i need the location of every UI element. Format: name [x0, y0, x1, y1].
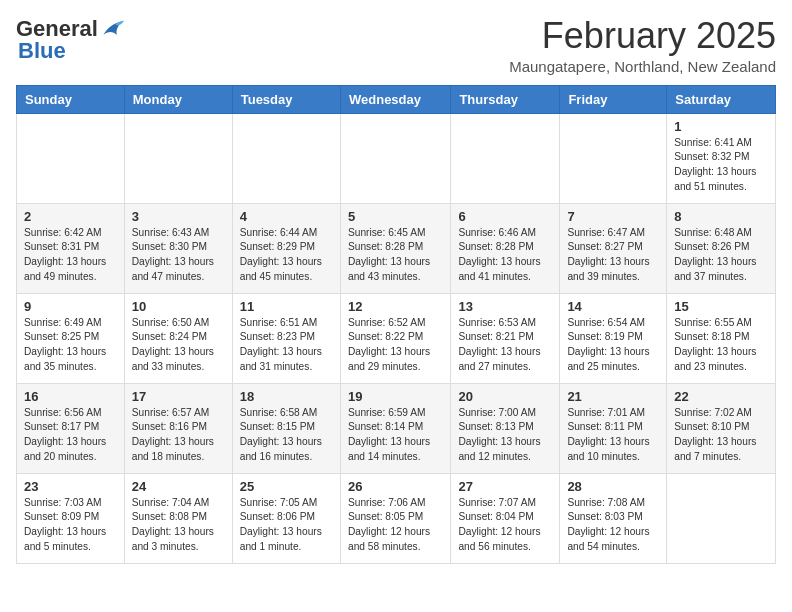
page-header: General Blue February 2025 Maungatapere,… — [16, 16, 776, 75]
calendar-cell: 14Sunrise: 6:54 AM Sunset: 8:19 PM Dayli… — [560, 293, 667, 383]
calendar-week-row: 23Sunrise: 7:03 AM Sunset: 8:09 PM Dayli… — [17, 473, 776, 563]
day-number: 27 — [458, 479, 552, 494]
calendar-cell: 21Sunrise: 7:01 AM Sunset: 8:11 PM Dayli… — [560, 383, 667, 473]
day-number: 23 — [24, 479, 117, 494]
logo-bird-icon — [100, 19, 124, 39]
day-number: 20 — [458, 389, 552, 404]
day-info: Sunrise: 7:00 AM Sunset: 8:13 PM Dayligh… — [458, 406, 552, 465]
day-number: 19 — [348, 389, 443, 404]
weekday-header-wednesday: Wednesday — [340, 85, 450, 113]
weekday-header-friday: Friday — [560, 85, 667, 113]
logo-blue-text: Blue — [18, 38, 66, 64]
day-info: Sunrise: 6:51 AM Sunset: 8:23 PM Dayligh… — [240, 316, 333, 375]
calendar-cell: 17Sunrise: 6:57 AM Sunset: 8:16 PM Dayli… — [124, 383, 232, 473]
day-info: Sunrise: 7:07 AM Sunset: 8:04 PM Dayligh… — [458, 496, 552, 555]
calendar-cell: 4Sunrise: 6:44 AM Sunset: 8:29 PM Daylig… — [232, 203, 340, 293]
day-number: 11 — [240, 299, 333, 314]
calendar-cell: 15Sunrise: 6:55 AM Sunset: 8:18 PM Dayli… — [667, 293, 776, 383]
calendar-cell: 18Sunrise: 6:58 AM Sunset: 8:15 PM Dayli… — [232, 383, 340, 473]
weekday-header-saturday: Saturday — [667, 85, 776, 113]
calendar-cell — [451, 113, 560, 203]
weekday-header-sunday: Sunday — [17, 85, 125, 113]
day-info: Sunrise: 6:49 AM Sunset: 8:25 PM Dayligh… — [24, 316, 117, 375]
weekday-header-tuesday: Tuesday — [232, 85, 340, 113]
calendar-cell — [232, 113, 340, 203]
day-number: 2 — [24, 209, 117, 224]
calendar-cell: 25Sunrise: 7:05 AM Sunset: 8:06 PM Dayli… — [232, 473, 340, 563]
calendar-cell: 2Sunrise: 6:42 AM Sunset: 8:31 PM Daylig… — [17, 203, 125, 293]
weekday-header-monday: Monday — [124, 85, 232, 113]
calendar-cell: 22Sunrise: 7:02 AM Sunset: 8:10 PM Dayli… — [667, 383, 776, 473]
calendar-cell: 23Sunrise: 7:03 AM Sunset: 8:09 PM Dayli… — [17, 473, 125, 563]
day-info: Sunrise: 6:45 AM Sunset: 8:28 PM Dayligh… — [348, 226, 443, 285]
day-info: Sunrise: 7:06 AM Sunset: 8:05 PM Dayligh… — [348, 496, 443, 555]
logo: General Blue — [16, 16, 124, 64]
day-info: Sunrise: 6:46 AM Sunset: 8:28 PM Dayligh… — [458, 226, 552, 285]
calendar-cell: 10Sunrise: 6:50 AM Sunset: 8:24 PM Dayli… — [124, 293, 232, 383]
calendar-cell: 28Sunrise: 7:08 AM Sunset: 8:03 PM Dayli… — [560, 473, 667, 563]
calendar-cell: 11Sunrise: 6:51 AM Sunset: 8:23 PM Dayli… — [232, 293, 340, 383]
day-number: 17 — [132, 389, 225, 404]
day-info: Sunrise: 7:08 AM Sunset: 8:03 PM Dayligh… — [567, 496, 659, 555]
day-number: 28 — [567, 479, 659, 494]
day-number: 18 — [240, 389, 333, 404]
day-number: 1 — [674, 119, 768, 134]
day-info: Sunrise: 6:56 AM Sunset: 8:17 PM Dayligh… — [24, 406, 117, 465]
day-info: Sunrise: 6:41 AM Sunset: 8:32 PM Dayligh… — [674, 136, 768, 195]
calendar-table: SundayMondayTuesdayWednesdayThursdayFrid… — [16, 85, 776, 564]
day-number: 24 — [132, 479, 225, 494]
calendar-week-row: 9Sunrise: 6:49 AM Sunset: 8:25 PM Daylig… — [17, 293, 776, 383]
calendar-cell: 8Sunrise: 6:48 AM Sunset: 8:26 PM Daylig… — [667, 203, 776, 293]
day-info: Sunrise: 6:55 AM Sunset: 8:18 PM Dayligh… — [674, 316, 768, 375]
calendar-cell: 13Sunrise: 6:53 AM Sunset: 8:21 PM Dayli… — [451, 293, 560, 383]
day-number: 22 — [674, 389, 768, 404]
day-info: Sunrise: 7:01 AM Sunset: 8:11 PM Dayligh… — [567, 406, 659, 465]
calendar-cell: 12Sunrise: 6:52 AM Sunset: 8:22 PM Dayli… — [340, 293, 450, 383]
day-number: 21 — [567, 389, 659, 404]
calendar-cell: 9Sunrise: 6:49 AM Sunset: 8:25 PM Daylig… — [17, 293, 125, 383]
calendar-cell: 27Sunrise: 7:07 AM Sunset: 8:04 PM Dayli… — [451, 473, 560, 563]
location-subtitle: Maungatapere, Northland, New Zealand — [509, 58, 776, 75]
day-number: 16 — [24, 389, 117, 404]
day-number: 12 — [348, 299, 443, 314]
calendar-cell: 26Sunrise: 7:06 AM Sunset: 8:05 PM Dayli… — [340, 473, 450, 563]
calendar-cell — [340, 113, 450, 203]
day-number: 13 — [458, 299, 552, 314]
calendar-cell: 3Sunrise: 6:43 AM Sunset: 8:30 PM Daylig… — [124, 203, 232, 293]
calendar-cell: 6Sunrise: 6:46 AM Sunset: 8:28 PM Daylig… — [451, 203, 560, 293]
day-number: 26 — [348, 479, 443, 494]
day-number: 14 — [567, 299, 659, 314]
calendar-cell — [560, 113, 667, 203]
day-info: Sunrise: 6:59 AM Sunset: 8:14 PM Dayligh… — [348, 406, 443, 465]
day-number: 6 — [458, 209, 552, 224]
calendar-cell: 20Sunrise: 7:00 AM Sunset: 8:13 PM Dayli… — [451, 383, 560, 473]
month-title: February 2025 — [509, 16, 776, 56]
calendar-cell: 19Sunrise: 6:59 AM Sunset: 8:14 PM Dayli… — [340, 383, 450, 473]
day-info: Sunrise: 7:02 AM Sunset: 8:10 PM Dayligh… — [674, 406, 768, 465]
day-number: 3 — [132, 209, 225, 224]
day-number: 9 — [24, 299, 117, 314]
day-info: Sunrise: 7:05 AM Sunset: 8:06 PM Dayligh… — [240, 496, 333, 555]
day-number: 25 — [240, 479, 333, 494]
day-number: 8 — [674, 209, 768, 224]
calendar-week-row: 2Sunrise: 6:42 AM Sunset: 8:31 PM Daylig… — [17, 203, 776, 293]
day-number: 4 — [240, 209, 333, 224]
calendar-cell — [667, 473, 776, 563]
day-number: 7 — [567, 209, 659, 224]
day-info: Sunrise: 6:42 AM Sunset: 8:31 PM Dayligh… — [24, 226, 117, 285]
calendar-cell: 7Sunrise: 6:47 AM Sunset: 8:27 PM Daylig… — [560, 203, 667, 293]
day-info: Sunrise: 6:48 AM Sunset: 8:26 PM Dayligh… — [674, 226, 768, 285]
day-info: Sunrise: 6:52 AM Sunset: 8:22 PM Dayligh… — [348, 316, 443, 375]
day-info: Sunrise: 7:04 AM Sunset: 8:08 PM Dayligh… — [132, 496, 225, 555]
day-number: 10 — [132, 299, 225, 314]
day-info: Sunrise: 6:50 AM Sunset: 8:24 PM Dayligh… — [132, 316, 225, 375]
weekday-header-row: SundayMondayTuesdayWednesdayThursdayFrid… — [17, 85, 776, 113]
day-info: Sunrise: 6:47 AM Sunset: 8:27 PM Dayligh… — [567, 226, 659, 285]
day-info: Sunrise: 6:44 AM Sunset: 8:29 PM Dayligh… — [240, 226, 333, 285]
calendar-cell — [124, 113, 232, 203]
calendar-cell: 5Sunrise: 6:45 AM Sunset: 8:28 PM Daylig… — [340, 203, 450, 293]
day-info: Sunrise: 6:43 AM Sunset: 8:30 PM Dayligh… — [132, 226, 225, 285]
calendar-cell: 24Sunrise: 7:04 AM Sunset: 8:08 PM Dayli… — [124, 473, 232, 563]
calendar-cell: 1Sunrise: 6:41 AM Sunset: 8:32 PM Daylig… — [667, 113, 776, 203]
calendar-cell — [17, 113, 125, 203]
